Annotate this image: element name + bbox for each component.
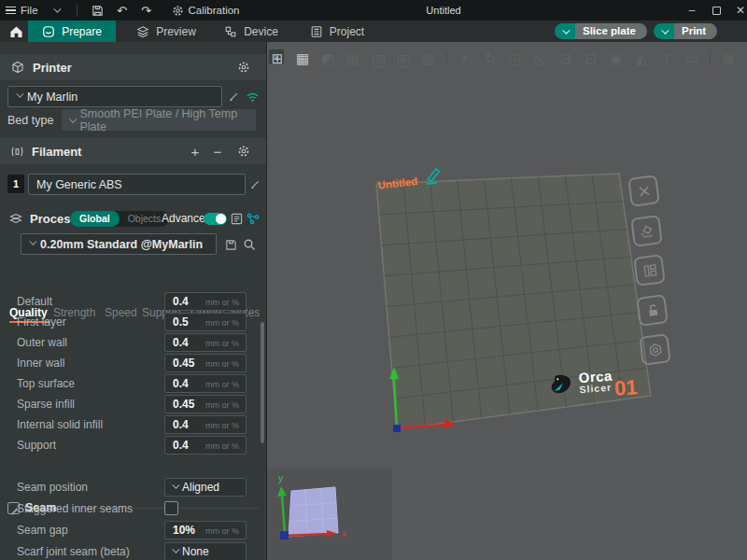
lock-plate-icon [641,300,662,320]
chevron-down-icon [69,115,77,122]
param-input[interactable]: 0.45mm or % [164,395,247,413]
remove-filament-button[interactable]: − [209,143,226,160]
seam-position-dropdown[interactable]: Aligned [164,478,247,497]
file-menu-dropdown[interactable] [44,0,68,21]
seam-gap-input[interactable]: 10%mm or % [164,521,247,539]
auto-orient-plate-button[interactable] [630,215,663,247]
calibration-menu[interactable]: Calibration [166,0,246,21]
compare-presets-button[interactable] [228,210,245,227]
calibration-gear-icon [172,5,184,17]
param-unit: mm or % [205,400,239,410]
redo-button[interactable]: ↷ [134,0,159,21]
sidebar-scrollbar[interactable] [261,322,264,443]
scale-icon[interactable]: ◳ [505,49,526,69]
split-to-objects-icon[interactable]: ⊟ [556,49,576,69]
split-to-parts-icon[interactable]: ⊡ [581,49,601,69]
text-icon[interactable]: T [656,49,677,69]
tab-device[interactable]: Device [214,21,289,42]
add-icon[interactable]: ⊞ [267,49,288,69]
print-dropdown-button[interactable] [654,23,674,39]
minimize-button[interactable]: – [680,0,704,21]
cut-icon[interactable]: ◭ [631,49,652,69]
tab-prepare-label: Prepare [62,25,102,38]
maximize-button[interactable] [704,0,728,21]
layers-icon[interactable]: ▥ [418,49,439,69]
edit-printer-button[interactable] [225,88,242,105]
toolbar-separator [710,52,711,65]
tab-preview[interactable]: Preview [125,21,207,42]
printer-connection-button[interactable] [244,88,261,105]
param-input[interactable]: 0.4mm or % [164,333,247,352]
param-input[interactable]: 0.4mm or % [164,415,247,434]
filament-preset-field[interactable]: My Generic ABS [28,174,246,195]
project-icon [310,25,323,38]
filament-settings-button[interactable] [235,143,252,160]
save-icon [225,239,237,251]
copy-icon[interactable]: 0 [368,49,388,69]
close-button[interactable]: ✕ [728,0,747,21]
tab-project[interactable]: Project [297,21,377,42]
param-input[interactable]: 0.4mm or % [164,292,247,311]
param-label: Outer wall [17,336,67,349]
param-value: 0.45 [173,398,194,411]
slice-plate-button[interactable]: Slice plate [575,23,647,39]
delete-plate-button[interactable] [627,175,660,207]
assembly-view-icon[interactable]: ⊠ [718,49,739,69]
tab-prepare[interactable]: Prepare [28,21,116,42]
param-row-default: Default 0.4mm or % [0,292,261,312]
prepare-icon [42,25,55,38]
print-split-button: Print [654,23,717,39]
move-icon[interactable]: ⌖ [455,49,475,69]
plate-thumbnail[interactable]: y x [271,469,364,559]
plate-settings-button[interactable] [639,333,671,366]
paste-badge: P [398,55,410,67]
scarf-joint-dropdown[interactable]: None [164,542,247,560]
paste-icon[interactable]: P [393,49,414,69]
param-label: Default [17,295,52,308]
auto-orient-icon[interactable]: ◩ [317,49,338,69]
tab-preview-label: Preview [156,25,196,38]
viewport-3d[interactable]: « ⊞▦◩▤0P▥⌖↻◳◺⊟⊡▣◭T▭⊠ Untitled Orca Slice… [267,42,747,560]
rotate-icon[interactable]: ↻ [480,49,500,69]
chevron-down-icon [53,5,61,12]
parameter-graph-button[interactable] [245,210,261,227]
search-settings-button[interactable] [241,236,258,253]
home-button[interactable] [4,21,28,42]
lock-plate-button[interactable] [636,294,669,327]
edit-filament-button[interactable] [247,175,263,192]
param-input[interactable]: 0.5mm or % [164,313,247,331]
bed-type-dropdown[interactable]: Smooth PEI Plate / High Temp Plate [62,109,256,131]
tab-device-label: Device [244,25,278,38]
param-value: 0.4 [173,439,189,452]
flatten-icon[interactable]: ◺ [530,49,551,69]
param-unit: mm or % [205,526,239,536]
maximize-icon [712,7,721,15]
param-input[interactable]: 0.45mm or % [164,354,247,372]
printer-section-header: Printer [0,54,266,80]
chevron-down-icon [29,237,36,245]
add-filament-button[interactable]: + [187,143,204,160]
staggered-seams-checkbox[interactable] [164,501,178,515]
slice-dropdown-button[interactable] [555,23,575,39]
save-preset-button[interactable] [222,236,239,253]
print-button[interactable]: Print [674,23,717,39]
process-preset-dropdown[interactable]: 0.20mm Standard @MyMarlin [21,233,217,255]
save-button[interactable] [86,0,110,21]
plate-settings-icon [644,339,665,359]
arrange-plate-button[interactable] [633,254,666,287]
printer-settings-button[interactable] [235,59,252,76]
sidebar: Printer My Marlin Bed type Smooth PEI Pl… [0,42,266,560]
file-menu[interactable]: File [0,0,44,21]
arrange-plate-icon [639,259,659,280]
undo-button[interactable]: ↶ [110,0,134,21]
filament-slot-badge[interactable]: 1 [7,175,24,193]
measure-icon[interactable]: ▭ [682,49,702,69]
printer-preset-dropdown[interactable]: My Marlin [7,86,222,107]
param-input[interactable]: 0.4mm or % [164,436,247,455]
param-input[interactable]: 0.4mm or % [164,374,247,393]
arrange-icon[interactable]: ▤ [343,49,363,69]
add-plate-icon[interactable]: ▦ [292,49,313,69]
mesh-boolean-icon[interactable]: ▣ [606,49,627,69]
advanced-toggle[interactable] [204,213,227,225]
scope-global-button[interactable]: Global [70,211,120,227]
